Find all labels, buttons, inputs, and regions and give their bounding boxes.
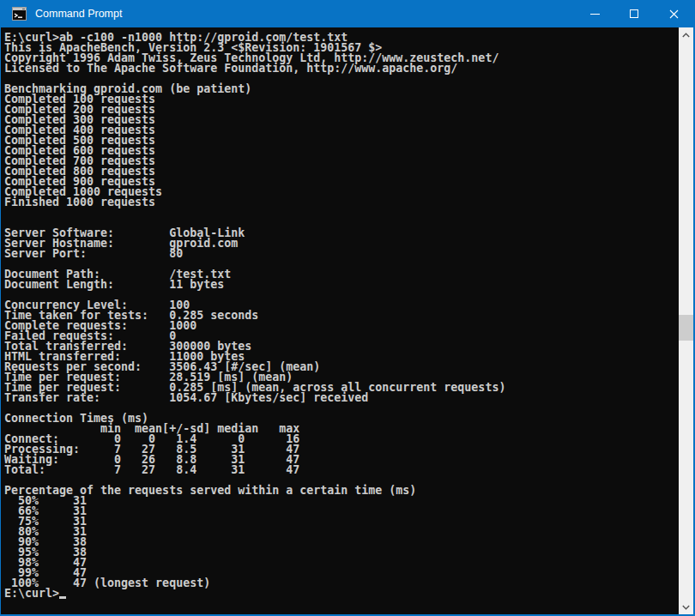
- command-prompt-icon: [12, 7, 27, 21]
- terminal[interactable]: E:\curl>ab -c100 -n1000 http://gproid.co…: [1, 27, 679, 614]
- titlebar[interactable]: Command Prompt: [1, 0, 693, 27]
- minimize-icon: [590, 14, 600, 15]
- titlebar-left: Command Prompt: [1, 7, 575, 21]
- chevron-up-icon: [682, 33, 690, 38]
- close-icon: [669, 9, 679, 19]
- maximize-button[interactable]: [614, 0, 654, 27]
- console-area: E:\curl>ab -c100 -n1000 http://gproid.co…: [1, 27, 693, 614]
- prompt-text: E:\curl>: [4, 589, 59, 599]
- close-button[interactable]: [654, 0, 693, 27]
- scroll-down-button[interactable]: [679, 600, 693, 614]
- vertical-scrollbar[interactable]: [679, 27, 693, 614]
- prompt-line: E:\curl>: [4, 589, 679, 599]
- caption-buttons: [575, 0, 693, 27]
- text-cursor: [59, 596, 66, 599]
- chevron-down-icon: [682, 605, 690, 610]
- minimize-button[interactable]: [575, 0, 614, 27]
- command-prompt-window: Command Prompt E:\curl>ab -c100 -n1000 h…: [0, 0, 695, 616]
- scrollbar-thumb[interactable]: [679, 315, 693, 341]
- maximize-icon: [630, 9, 638, 18]
- terminal-output: E:\curl>ab -c100 -n1000 http://gproid.co…: [4, 33, 679, 589]
- scroll-up-button[interactable]: [679, 27, 693, 42]
- window-title: Command Prompt: [35, 8, 122, 20]
